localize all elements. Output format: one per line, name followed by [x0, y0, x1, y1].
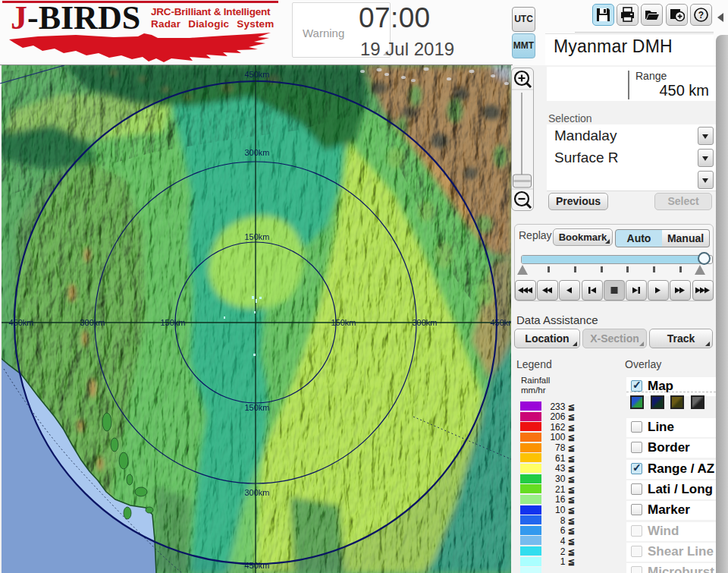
svg-text:150km: 150km — [244, 403, 269, 412]
svg-text:150km: 150km — [331, 318, 356, 327]
svg-text:300km: 300km — [412, 318, 437, 327]
svg-text:450km: 450km — [244, 561, 269, 570]
svg-text:300km: 300km — [244, 148, 269, 157]
svg-text:150km: 150km — [244, 232, 269, 241]
svg-text:?: ? — [698, 10, 704, 20]
svg-text:450km: 450km — [8, 318, 33, 327]
svg-text:300km: 300km — [244, 488, 269, 497]
svg-text:300km: 300km — [80, 318, 105, 327]
svg-text:150km: 150km — [160, 318, 185, 327]
svg-text:450km: 450km — [490, 318, 513, 327]
svg-text:450km: 450km — [244, 70, 269, 79]
